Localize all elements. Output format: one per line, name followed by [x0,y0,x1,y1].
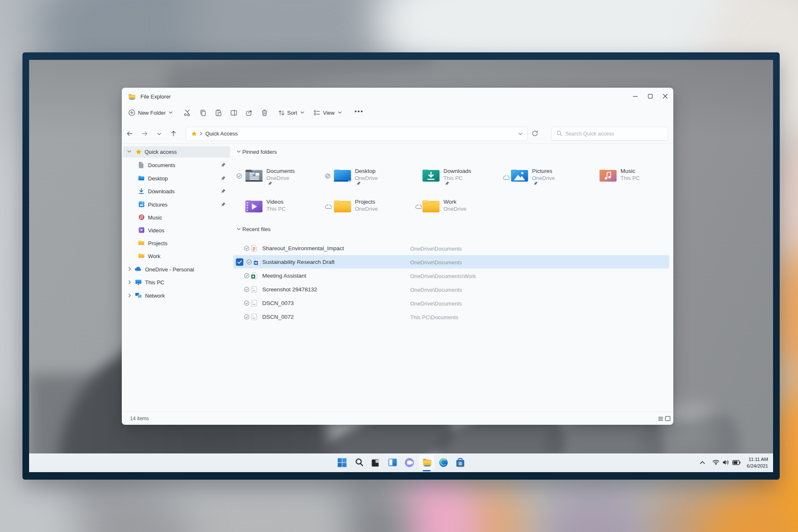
svg-text:W: W [254,261,258,265]
